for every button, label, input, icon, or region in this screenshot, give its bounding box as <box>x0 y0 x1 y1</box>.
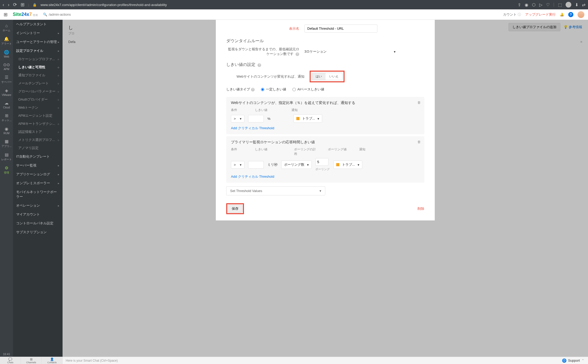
rail-item-アプリ...[interactable]: ▦アプリ... <box>0 137 13 150</box>
plus-icon[interactable]: + <box>57 106 59 110</box>
rail-item-レポート[interactable]: ▤レポート <box>0 151 13 163</box>
plus-icon[interactable]: + <box>57 122 59 126</box>
bottom-tab-Contacts[interactable]: 👤Contacts <box>42 357 63 364</box>
rail-item-サーバー[interactable]: ☰サーバー <box>0 73 13 85</box>
add-critical-link[interactable]: Add クリティカル Threshold <box>231 126 274 131</box>
toggle-no[interactable]: いいえ <box>326 73 342 80</box>
smart-chat-hint[interactable]: Here is your Smart Chat (Ctrl+Space) <box>63 359 559 362</box>
sidebar-item[interactable]: APMキートランザクシ...+ <box>13 120 63 128</box>
sidebar-item[interactable]: コントロールパネル設定 <box>13 219 63 228</box>
bottom-tab-Channels[interactable]: ⊞Channels <box>21 357 42 364</box>
threshold-value-input[interactable] <box>248 115 264 122</box>
rail-item-ホーム[interactable]: ⌂ホーム <box>0 22 13 34</box>
threshold-value-input[interactable] <box>248 161 264 169</box>
settings-icon[interactable]: ⇄ <box>582 2 585 7</box>
sidebar-item[interactable]: マイアカウント <box>13 210 63 219</box>
plus-icon[interactable]: + <box>57 90 59 94</box>
sidebar-item[interactable]: IT自動化テンプレート <box>13 152 63 161</box>
play-icon[interactable]: ▷ <box>539 2 542 7</box>
camera-icon[interactable]: ◉ <box>525 2 528 7</box>
help-icon[interactable]: ? <box>251 88 255 91</box>
rail-item-管理[interactable]: ⚙管理 <box>0 164 13 176</box>
sidebar-item[interactable]: ユーザーとアラートの管理▸ <box>13 38 63 46</box>
condition-select[interactable]: > ▾ <box>231 115 244 122</box>
plus-icon[interactable]: + <box>57 82 59 86</box>
help-icon[interactable]: ? <box>258 63 261 67</box>
shield-icon[interactable]: ⬡ <box>532 2 536 7</box>
sidebar-item[interactable]: 通知プロファイル+ <box>13 71 63 79</box>
delete-link[interactable]: 削除 <box>418 206 424 211</box>
rail-item-アラート[interactable]: 🔔アラート <box>0 35 13 47</box>
save-button[interactable]: 保存 <box>228 205 242 213</box>
sidebar-item[interactable]: メールテンプレート+ <box>13 79 63 88</box>
sidebar-item[interactable]: グローバルパラメーター+ <box>13 88 63 96</box>
upgrade-link[interactable]: アップグレード実行 <box>525 12 556 17</box>
plus-icon[interactable]: + <box>57 57 59 61</box>
sidebar-item[interactable]: ロケーションプロファ...+ <box>13 55 63 63</box>
sidebar-item[interactable]: サブスクリプション <box>13 228 63 237</box>
app-menu-icon[interactable]: ⊞ <box>4 12 8 17</box>
set-threshold-select[interactable]: Set Threshold Values▾ <box>226 186 325 195</box>
plus-icon[interactable]: + <box>57 65 59 70</box>
sidebar-item[interactable]: オンプレミスポーラー▸ <box>13 179 63 188</box>
add-critical-link[interactable]: Add クリティカル Threshold <box>231 174 274 179</box>
sidebar-item[interactable]: メトリクス選択プロフ...+ <box>13 136 63 144</box>
account-label[interactable]: カウント ⓘ <box>503 12 521 17</box>
heart-icon[interactable]: ♡ <box>546 2 550 7</box>
sidebar-item[interactable]: アノマリ設定 <box>13 144 63 152</box>
apps-icon[interactable]: ⊞ <box>21 2 24 8</box>
search-input[interactable] <box>49 13 101 16</box>
delete-icon[interactable]: 🗑 <box>417 140 421 144</box>
user-avatar[interactable] <box>578 11 584 18</box>
cube-icon[interactable]: ⬚ <box>558 2 562 7</box>
min-locations-select[interactable]: 3ロケーション▾ <box>304 49 396 54</box>
support-button[interactable]: ⓘ Support ⌃ <box>559 359 588 363</box>
sidebar-item[interactable]: インベントリー▸ <box>13 29 63 38</box>
notification-select[interactable]: トラブ... ▾ <box>333 161 362 169</box>
sidebar-item[interactable]: モバイルネットワークポーラー <box>13 188 63 201</box>
sidebar-item[interactable]: APMエージェント設定 <box>13 112 63 120</box>
help-icon[interactable]: ? <box>568 12 573 17</box>
poll-value-input[interactable] <box>315 158 328 166</box>
sidebar-item[interactable]: Webトークン+ <box>13 104 63 112</box>
rail-item-Web[interactable]: 🌐Web <box>0 48 13 60</box>
rail-item-RUM[interactable]: ◉RUM <box>0 125 13 136</box>
rail-item-VMware[interactable]: ◈VMware <box>0 87 13 98</box>
radio-ai[interactable]: AIベースしきい値 <box>292 87 324 92</box>
reload-button[interactable]: ⟳ <box>13 2 17 8</box>
sidebar-item[interactable]: オペレーション▸ <box>13 201 63 210</box>
plus-icon[interactable]: + <box>57 98 59 102</box>
logo[interactable]: Site24x7 監視 <box>13 12 38 17</box>
sidebar-item[interactable]: OAuthプロバイダー+ <box>13 96 63 104</box>
sidebar-item[interactable]: アプリケーションログ▸ <box>13 170 63 179</box>
rail-item-APM[interactable]: ⊙⊙APM <box>0 61 13 72</box>
poll-plan-select[interactable]: ポーリング数 ▾ <box>281 161 312 169</box>
bottom-tab-Chats[interactable]: 💬Chats <box>0 357 21 364</box>
toggle-yes[interactable]: はい <box>312 73 326 80</box>
share-icon[interactable]: ⇪ <box>518 2 521 7</box>
condition-select[interactable]: > ▾ <box>231 161 244 169</box>
help-icon[interactable]: ? <box>296 52 299 56</box>
sidebar-item[interactable]: サーバー監視▸ <box>13 161 63 170</box>
back-button[interactable]: ‹ <box>3 2 4 8</box>
display-name-input[interactable] <box>304 24 377 33</box>
rail-item-ネット...[interactable]: ⊞ネット... <box>0 112 13 124</box>
plus-icon[interactable]: + <box>57 130 59 134</box>
sidebar-item[interactable]: 認証情報ストア+ <box>13 128 63 136</box>
plus-icon[interactable]: + <box>57 138 59 142</box>
browser-avatar[interactable] <box>566 2 571 8</box>
radio-fixed[interactable]: 一定しきい値 <box>261 87 286 92</box>
sidebar-item[interactable]: しきい値と可用性+ <box>13 63 63 71</box>
radio-ai-input[interactable] <box>292 88 296 91</box>
forward-button[interactable]: › <box>8 2 9 8</box>
download-icon[interactable]: ⬇ <box>575 2 578 7</box>
url-bar[interactable]: www.site24x7.com/app/client#/admin/confi… <box>40 3 514 7</box>
plus-icon[interactable]: + <box>57 73 59 78</box>
notification-icon[interactable]: 🔔 <box>560 13 564 16</box>
sidebar-item[interactable]: 設定プロファイル▸ <box>13 46 63 55</box>
sidebar-item[interactable]: ヘルプアシスタント <box>13 20 63 29</box>
notification-select[interactable]: トラブ... ▾ <box>293 114 322 123</box>
delete-icon[interactable]: 🗑 <box>417 101 421 104</box>
radio-fixed-input[interactable] <box>261 88 264 91</box>
rail-item-Cloud[interactable]: ☁Cloud <box>0 99 13 110</box>
